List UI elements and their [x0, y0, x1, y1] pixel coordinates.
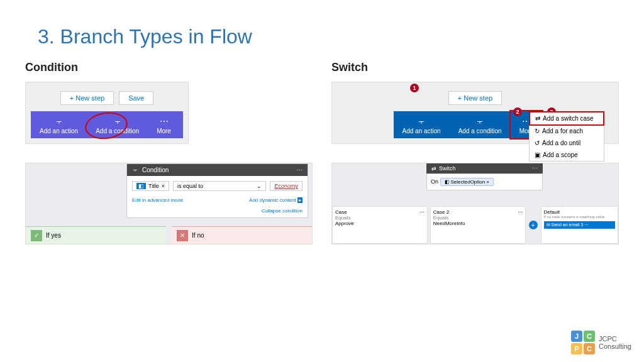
- condition-detail-panel: ⫟ Condition ⋯ ◧Title × is equal to⌄ Econ…: [25, 163, 313, 244]
- more-button[interactable]: ⋯ More: [148, 111, 180, 138]
- action-icon: ⫟: [402, 116, 441, 126]
- menu-scope[interactable]: ▣ Add a scope: [530, 149, 604, 161]
- condition-panel-top: + New step Save ⫟ Add an action ⫟ Add a …: [25, 82, 189, 144]
- if-no-branch[interactable]: ✕If no: [172, 226, 312, 244]
- ellipsis-icon[interactable]: ⋯: [532, 165, 538, 172]
- x-icon: ✕: [177, 230, 188, 241]
- collapse-link[interactable]: Collapse condition: [262, 208, 303, 214]
- badge-1: 1: [410, 84, 419, 92]
- action-icon: ⫟: [40, 116, 78, 126]
- condition-icon: ⫟: [458, 116, 502, 126]
- ellipsis-icon[interactable]: ⋯: [419, 209, 425, 215]
- badge-2: 2: [513, 107, 522, 116]
- edit-advanced-link[interactable]: Edit in advanced mode: [132, 197, 183, 203]
- add-dynamic-link[interactable]: Add dynamic content: [249, 197, 296, 203]
- case-1[interactable]: Case⋯ Equals Approve: [332, 206, 428, 244]
- flow-icon: ⫟: [132, 167, 138, 173]
- add-action-button[interactable]: ⫟ Add an action: [31, 111, 87, 138]
- email-action[interactable]: ✉ Send an email 3 ⋯: [544, 221, 615, 229]
- menu-do-until[interactable]: ↺ Add a do until: [530, 137, 604, 149]
- condition-card-header: ⫟ Condition ⋯: [127, 164, 308, 176]
- new-step-button[interactable]: + New step: [60, 91, 114, 105]
- switch-panel-top: + New step 1 ⫟ Add an action ⫟ Add a con…: [331, 82, 619, 144]
- condition-field-right[interactable]: Economy: [270, 181, 303, 191]
- add-condition-button-sw[interactable]: ⫟ Add a condition: [450, 111, 511, 138]
- switch-on-field[interactable]: On ◧ SelectedOption ×: [426, 173, 543, 190]
- condition-icon: ⫟: [96, 116, 139, 126]
- check-icon: ✓: [31, 230, 42, 241]
- add-case-button[interactable]: +: [529, 221, 538, 229]
- more-icon: ⋯: [157, 116, 171, 126]
- switch-detail-panel: ⇄ Switch⋯ On ◧ SelectedOption × Case⋯ Eq…: [331, 163, 619, 244]
- jcpc-logo: J C P C JCPCConsulting: [571, 331, 631, 354]
- case-2[interactable]: Case 2⋯ Equals NeedMoreInfo: [430, 206, 526, 244]
- condition-operator[interactable]: is equal to⌄: [173, 181, 267, 191]
- more-menu: ⇄ Add a switch case ↻ Add a for each ↺ A…: [529, 111, 604, 162]
- case-default[interactable]: Default If no case contains a matching v…: [541, 206, 618, 244]
- slide-title: 3. Branch Types in Flow: [0, 0, 644, 48]
- ellipsis-icon[interactable]: ⋯: [296, 167, 303, 173]
- switch-heading: Switch: [331, 61, 619, 74]
- condition-ribbon: ⫟ Add an action ⫟ Add a condition ⋯ More: [31, 111, 183, 138]
- if-yes-branch[interactable]: ✓If yes: [26, 226, 166, 244]
- switch-icon: ⇄: [431, 165, 436, 172]
- condition-heading: Condition: [25, 61, 313, 74]
- condition-field-left[interactable]: ◧Title ×: [132, 181, 169, 191]
- switch-header: ⇄ Switch⋯: [426, 163, 543, 173]
- new-step-button-switch[interactable]: + New step: [448, 91, 502, 105]
- menu-switch-case[interactable]: ⇄ Add a switch case: [529, 111, 604, 126]
- save-button[interactable]: Save: [119, 91, 153, 105]
- add-action-button-sw[interactable]: ⫟ Add an action: [394, 111, 450, 138]
- ellipsis-icon[interactable]: ⋯: [518, 209, 523, 215]
- add-condition-button[interactable]: ⫟ Add a condition: [87, 111, 148, 138]
- menu-for-each[interactable]: ↻ Add a for each: [530, 125, 604, 137]
